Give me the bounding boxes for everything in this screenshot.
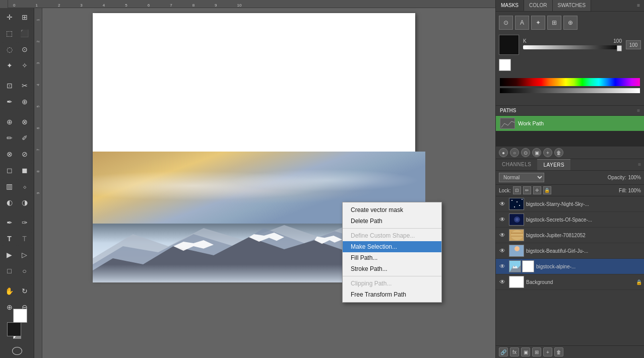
pattern-stamp-tool[interactable]: ⊘ bbox=[18, 147, 32, 161]
paths-fill-icon[interactable]: ● bbox=[499, 148, 508, 157]
color-white-swatch[interactable] bbox=[499, 59, 511, 71]
hand-tool[interactable]: ✋ bbox=[3, 284, 17, 298]
bg-eraser-tool[interactable]: ◼ bbox=[18, 163, 32, 177]
color-swatches[interactable] bbox=[7, 322, 27, 323]
k-slider-thumb[interactable] bbox=[617, 45, 622, 51]
tab-color[interactable]: COLOR bbox=[524, 0, 553, 11]
new-group-btn[interactable]: ⊞ bbox=[532, 347, 541, 356]
add-mask-btn[interactable]: ▣ bbox=[521, 347, 530, 356]
layer-name-background: Background bbox=[526, 279, 634, 285]
context-stroke-path[interactable]: Stroke Path... bbox=[343, 263, 441, 274]
marquee-tool-2[interactable]: ⬛ bbox=[18, 26, 32, 40]
freeform-pen-tool[interactable]: ✑ bbox=[18, 216, 32, 230]
burn-tool[interactable]: ◑ bbox=[18, 195, 32, 209]
delete-layer-btn[interactable]: 🗑 bbox=[554, 347, 563, 356]
add-style-btn[interactable]: fx bbox=[510, 347, 519, 356]
gradient-tool[interactable]: ▥ bbox=[3, 179, 17, 193]
type-tool[interactable]: T bbox=[3, 232, 17, 246]
clone-stamp-tool[interactable]: ⊗ bbox=[3, 147, 17, 161]
type-tool-2[interactable]: T bbox=[18, 232, 32, 246]
new-layer-btn[interactable]: + bbox=[543, 347, 552, 356]
ellipse-shape-tool[interactable] bbox=[8, 344, 26, 358]
blend-mode-select[interactable]: Normal Multiply Screen Overlay bbox=[499, 173, 544, 182]
layer-item-space[interactable]: 👁 bigstock-Secrets-Of-Space-... bbox=[496, 212, 644, 228]
lock-transparent-btn[interactable]: ⊡ bbox=[513, 186, 521, 194]
layer-visibility-alpine[interactable]: 👁 bbox=[498, 262, 507, 271]
context-create-vector-mask[interactable]: Create vector mask bbox=[343, 204, 441, 216]
masks-tool-3[interactable]: ✦ bbox=[531, 16, 545, 30]
k-slider-track-container[interactable] bbox=[523, 45, 622, 51]
top-panel-close[interactable]: ≡ bbox=[633, 0, 644, 11]
lasso-tool-2[interactable]: ⊙ bbox=[18, 42, 32, 56]
layer-thumb-girl bbox=[509, 245, 524, 257]
tab-masks[interactable]: MASKS bbox=[496, 0, 524, 11]
healing-tool[interactable]: ⊕ bbox=[3, 115, 17, 129]
direct-select-tool[interactable]: ▷ bbox=[18, 248, 32, 262]
layer-item-jupiter[interactable]: 👁 bigstock-Jupiter-70812052 bbox=[496, 228, 644, 243]
fill-value[interactable]: 100% bbox=[628, 188, 641, 193]
tab-channels[interactable]: CHANNELS bbox=[496, 159, 537, 170]
layer-mask-thumb-alpine[interactable] bbox=[522, 260, 534, 272]
masks-tool-4[interactable]: ⊞ bbox=[547, 16, 561, 30]
eraser-tool[interactable]: ◻ bbox=[3, 163, 17, 177]
marquee-tool[interactable]: ⬚ bbox=[3, 26, 17, 40]
layer-visibility-girl[interactable]: 👁 bbox=[498, 246, 507, 255]
color-k-swatch[interactable] bbox=[499, 35, 519, 55]
crop-tool[interactable]: ⊡ bbox=[3, 79, 17, 93]
lasso-tool[interactable]: ◌ bbox=[3, 42, 17, 56]
rotate-tool[interactable]: ↻ bbox=[18, 284, 32, 298]
foreground-color[interactable] bbox=[7, 322, 21, 336]
eyedropper-tool[interactable]: ✒ bbox=[3, 95, 17, 109]
magic-wand-tool[interactable]: ✧ bbox=[18, 58, 32, 73]
layer-visibility-space[interactable]: 👁 bbox=[498, 215, 507, 224]
patch-tool[interactable]: ⊗ bbox=[18, 115, 32, 129]
layer-visibility-starry[interactable]: 👁 bbox=[498, 199, 507, 208]
slice-tool[interactable]: ✂ bbox=[18, 79, 32, 93]
layer-visibility-background[interactable]: 👁 bbox=[498, 277, 507, 287]
context-fill-path[interactable]: Fill Path... bbox=[343, 252, 441, 263]
lock-all-btn[interactable]: 🔒 bbox=[543, 186, 551, 194]
link-layers-btn[interactable]: 🔗 bbox=[499, 347, 508, 356]
grayscale-bar[interactable] bbox=[500, 88, 640, 93]
tab-layers[interactable]: LAYERS bbox=[537, 159, 570, 170]
pen-tool[interactable]: ✒ bbox=[3, 216, 17, 230]
masks-tool-1[interactable]: ⊙ bbox=[499, 16, 513, 30]
tab-swatches[interactable]: SWATCHES bbox=[553, 0, 592, 11]
color-sampler-tool[interactable]: ⊕ bbox=[18, 95, 32, 109]
layer-visibility-jupiter[interactable]: 👁 bbox=[498, 231, 507, 240]
layer-item-background[interactable]: 👁 Background 🔒 bbox=[496, 274, 644, 290]
pencil-tool[interactable]: ✐ bbox=[18, 131, 32, 145]
paths-panel-menu[interactable]: ≡ bbox=[637, 108, 640, 113]
quick-select-tool[interactable]: ✦ bbox=[3, 58, 17, 73]
background-color[interactable] bbox=[13, 309, 27, 323]
paths-load-icon[interactable]: ⊙ bbox=[521, 148, 530, 157]
paths-delete-icon[interactable]: 🗑 bbox=[554, 148, 563, 157]
layer-item-girl[interactable]: 👁 bigstock-Beautiful-Girl-Ju-... bbox=[496, 243, 644, 259]
paths-mask-icon[interactable]: ▣ bbox=[532, 148, 541, 157]
brush-tool[interactable]: ✏ bbox=[3, 131, 17, 145]
k-value-box[interactable]: 100 bbox=[626, 40, 641, 49]
opacity-value[interactable]: 100% bbox=[628, 175, 641, 180]
layer-item-starry-night[interactable]: 👁 bigstock-Starry-Night-Sky-... bbox=[496, 196, 644, 212]
path-select-tool[interactable]: ▶ bbox=[3, 248, 17, 262]
lock-image-btn[interactable]: ✏ bbox=[523, 186, 531, 194]
move-tool[interactable]: ✛ bbox=[3, 10, 17, 24]
context-free-transform-path[interactable]: Free Transform Path bbox=[343, 289, 441, 300]
dodge-tool[interactable]: ◐ bbox=[3, 195, 17, 209]
layer-item-alpine[interactable]: 👁 bigstock-alpine-... bbox=[496, 259, 644, 274]
masks-tool-5[interactable]: ⊕ bbox=[563, 16, 577, 30]
paths-new-icon[interactable]: + bbox=[543, 148, 552, 157]
lock-move-btn[interactable]: ✛ bbox=[533, 186, 541, 194]
paths-stroke-icon[interactable]: ○ bbox=[510, 148, 519, 157]
paint-bucket-tool[interactable]: ⬦ bbox=[18, 179, 32, 193]
panel-expand-btn[interactable]: ≡ bbox=[635, 159, 644, 170]
color-white-row bbox=[499, 59, 641, 71]
masks-tool-2[interactable]: A bbox=[515, 16, 529, 30]
ellipse-tool[interactable]: ○ bbox=[18, 264, 32, 278]
rectangle-tool[interactable]: □ bbox=[3, 264, 17, 278]
context-make-selection[interactable]: Make Selection... bbox=[343, 241, 441, 252]
context-delete-path[interactable]: Delete Path bbox=[343, 216, 441, 227]
color-gradient-bar[interactable] bbox=[500, 78, 640, 86]
artboard-tool[interactable]: ⊞ bbox=[18, 10, 32, 24]
path-item-work-path[interactable]: Work Path bbox=[496, 116, 644, 131]
